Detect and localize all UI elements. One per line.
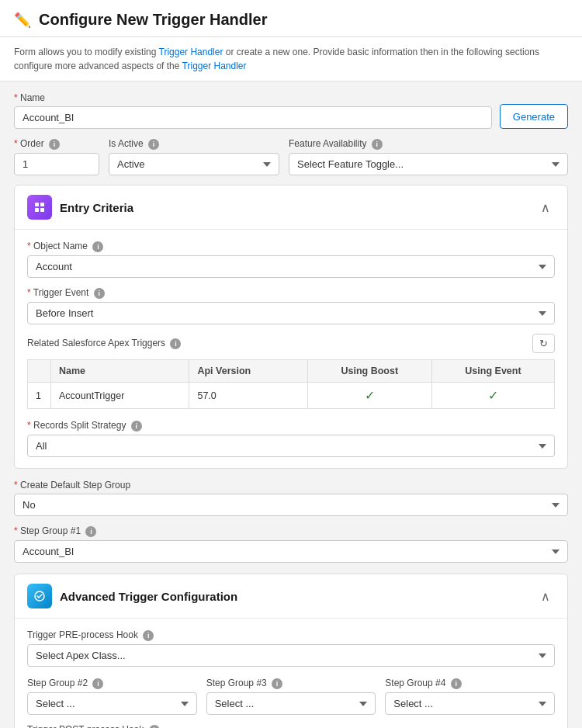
row-api-version: 57.0 <box>189 383 307 409</box>
col-name <box>28 360 51 383</box>
step-group3-group: Step Group #3 i Select ... <box>206 678 376 715</box>
trigger-handler-link1[interactable]: Trigger Handler <box>159 47 223 57</box>
trigger-event-label: * Trigger Event i <box>27 287 555 299</box>
page-title: Configure New Trigger Handler <box>39 11 267 29</box>
svg-rect-1 <box>40 203 44 206</box>
feature-avail-info-icon[interactable]: i <box>372 139 383 150</box>
records-split-group: * Records Split Strategy i All None Cust… <box>27 420 555 457</box>
advanced-config-body: Trigger PRE-process Hook i Select Apex C… <box>15 619 567 728</box>
apex-triggers-section: Related Salesforce Apex Triggers i ↻ Nam… <box>27 334 555 409</box>
order-info-icon[interactable]: i <box>49 139 60 150</box>
create-default-select[interactable]: No Yes <box>14 494 568 516</box>
object-name-select[interactable]: Account Contact Lead Opportunity <box>27 255 555 278</box>
step-group2-label: Step Group #2 i <box>27 678 197 689</box>
description-bar: Form allows you to modify existing Trigg… <box>0 37 582 81</box>
pre-hook-group: Trigger PRE-process Hook i Select Apex C… <box>27 629 555 667</box>
row-num: 1 <box>28 383 51 409</box>
col-using-event: Using Event <box>431 360 554 383</box>
order-input[interactable] <box>14 153 99 175</box>
step-group3-info-icon[interactable]: i <box>272 678 282 689</box>
step-group4-select[interactable]: Select ... <box>385 692 555 715</box>
create-default-group: * Create Default Step Group No Yes <box>14 480 568 516</box>
step-groups-234-row: Step Group #2 i Select ... Step Group #3… <box>27 678 555 715</box>
edit-icon: ✏️ <box>14 12 31 29</box>
pre-hook-select[interactable]: Select Apex Class... <box>27 644 555 667</box>
pre-hook-label: Trigger PRE-process Hook i <box>27 629 555 641</box>
advanced-config-collapse-btn[interactable]: ∧ <box>536 588 555 605</box>
step-group2-group: Step Group #2 i Select ... <box>27 678 197 715</box>
step-group2-info-icon[interactable]: i <box>92 678 103 689</box>
apex-triggers-label: Related Salesforce Apex Triggers i <box>27 338 181 349</box>
object-name-info-icon[interactable]: i <box>92 241 103 252</box>
feature-avail-group: Feature Availability i Select Feature To… <box>289 138 568 175</box>
post-hook-label: Trigger POST-process Hook i <box>27 724 555 728</box>
advanced-config-title: Advanced Trigger Configuration <box>60 590 237 603</box>
trigger-event-info-icon[interactable]: i <box>94 288 105 299</box>
step-group4-label: Step Group #4 i <box>385 678 555 689</box>
refresh-apex-button[interactable]: ↻ <box>532 334 555 353</box>
step-group1-select[interactable]: Account_BI <box>14 540 568 563</box>
post-hook-info-icon[interactable]: i <box>149 725 160 728</box>
feature-avail-select[interactable]: Select Feature Toggle... <box>289 153 568 175</box>
object-name-label: * Object Name i <box>27 241 555 252</box>
advanced-config-card: Advanced Trigger Configuration ∧ Trigger… <box>14 574 568 728</box>
apex-triggers-info-icon[interactable]: i <box>170 338 181 349</box>
advanced-config-icon <box>27 584 52 608</box>
trigger-event-select[interactable]: Before Insert Before Update Before Delet… <box>27 302 555 324</box>
entry-criteria-body: * Object Name i Account Contact Lead Opp… <box>15 230 567 468</box>
records-split-info-icon[interactable]: i <box>131 421 142 432</box>
is-active-group: Is Active i Active Inactive <box>109 138 279 175</box>
svg-rect-2 <box>35 208 39 212</box>
is-active-info-icon[interactable]: i <box>148 139 159 150</box>
step-group1-group: * Step Group #1 i Account_BI <box>14 525 568 563</box>
row-using-boost: ✓ <box>307 383 431 409</box>
entry-criteria-card: Entry Criteria ∧ * Object Name i Account… <box>14 185 568 469</box>
is-active-label: Is Active i <box>109 138 279 150</box>
post-hook-group: Trigger POST-process Hook i Select Apex … <box>27 724 555 728</box>
entry-criteria-title: Entry Criteria <box>60 201 133 214</box>
order-active-feature-row: * Order i Is Active i Active Inactive F <box>14 138 568 175</box>
object-name-group: * Object Name i Account Contact Lead Opp… <box>27 241 555 278</box>
page-wrapper: ✏️ Configure New Trigger Handler Form al… <box>0 0 582 728</box>
step-group4-info-icon[interactable]: i <box>451 678 462 689</box>
apex-triggers-table: Name Api Version Using Boost Using Event… <box>27 359 555 409</box>
trigger-handler-link2[interactable]: Trigger Handler <box>182 61 247 71</box>
entry-criteria-header: Entry Criteria ∧ <box>15 185 567 230</box>
col-using-boost: Using Boost <box>307 360 431 383</box>
generate-button[interactable]: Generate <box>500 104 568 129</box>
name-input[interactable]: Account_BI <box>14 106 492 129</box>
step-group3-select[interactable]: Select ... <box>206 692 376 715</box>
advanced-config-header-left: Advanced Trigger Configuration <box>27 584 237 608</box>
order-label: * Order i <box>14 138 99 150</box>
records-split-label: * Records Split Strategy i <box>27 420 555 432</box>
step-group1-label: * Step Group #1 i <box>14 525 568 537</box>
page-header: ✏️ Configure New Trigger Handler <box>0 0 582 37</box>
entry-criteria-header-left: Entry Criteria <box>27 195 133 220</box>
step-group3-label: Step Group #3 i <box>206 678 376 689</box>
step-group1-info-icon[interactable]: i <box>85 526 96 537</box>
records-split-select[interactable]: All None Custom <box>27 435 555 457</box>
pre-hook-info-icon[interactable]: i <box>143 630 154 641</box>
step-group4-group: Step Group #4 i Select ... <box>385 678 555 715</box>
row-trigger-name: AccountTrigger <box>51 383 189 409</box>
entry-criteria-icon <box>27 195 52 220</box>
row-using-event: ✓ <box>431 383 554 409</box>
is-active-select[interactable]: Active Inactive <box>109 153 279 175</box>
step-group2-select[interactable]: Select ... <box>27 692 197 715</box>
svg-rect-0 <box>35 203 39 206</box>
trigger-event-group: * Trigger Event i Before Insert Before U… <box>27 287 555 324</box>
apex-triggers-header-row: Related Salesforce Apex Triggers i ↻ <box>27 334 555 353</box>
entry-criteria-collapse-btn[interactable]: ∧ <box>536 199 555 217</box>
feature-avail-label: Feature Availability i <box>289 138 568 150</box>
advanced-config-header: Advanced Trigger Configuration ∧ <box>15 574 567 619</box>
svg-rect-3 <box>40 208 44 212</box>
name-required: * <box>14 92 18 103</box>
col-api-version: Api Version <box>189 360 307 383</box>
description-text: Form allows you to modify existing Trigg… <box>14 47 539 71</box>
table-row: 1 AccountTrigger 57.0 ✓ ✓ <box>28 383 555 409</box>
create-default-label: * Create Default Step Group <box>14 480 568 491</box>
name-row: * Name Account_BI Generate <box>14 92 568 129</box>
name-group: * Name Account_BI <box>14 92 492 129</box>
order-group: * Order i <box>14 138 99 175</box>
main-content: * Name Account_BI Generate * Order i Is … <box>0 81 582 728</box>
